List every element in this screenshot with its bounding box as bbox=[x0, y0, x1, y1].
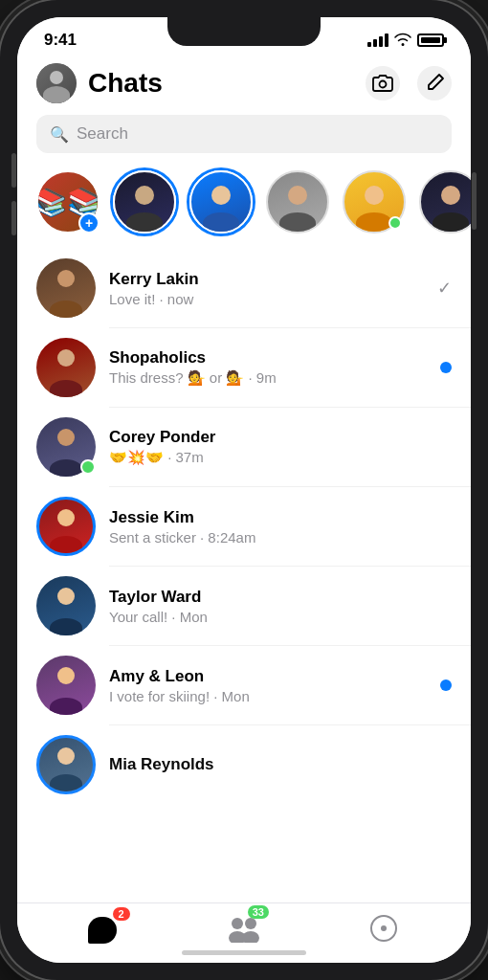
story-item-4[interactable] bbox=[266, 170, 329, 234]
unread-indicator-amy-leon bbox=[440, 679, 452, 691]
chat-name-kerry-lakin: Kerry Lakin bbox=[109, 270, 437, 289]
svg-point-0 bbox=[380, 81, 387, 88]
chats-badge: 2 bbox=[113, 907, 130, 921]
story-avatar-4 bbox=[266, 170, 329, 234]
chat-right-kerry-lakin: ✓ bbox=[437, 278, 452, 299]
chat-info-shopaholics: Shopaholics This dress? 💁 or 💁 · 9m bbox=[109, 348, 440, 387]
power-button bbox=[472, 172, 477, 230]
story-avatar-3 bbox=[189, 170, 253, 234]
read-receipt-kerry-lakin: ✓ bbox=[437, 278, 452, 299]
chat-avatar-jessie-kim bbox=[36, 497, 96, 556]
chat-info-amy-leon: Amy & Leon I vote for skiing! · Mon bbox=[109, 667, 440, 704]
chat-item-kerry-lakin[interactable]: Kerry Lakin Love it! · now ✓ bbox=[17, 249, 471, 327]
story-avatar-6 bbox=[419, 170, 471, 234]
chat-name-corey-ponder: Corey Ponder bbox=[109, 428, 452, 447]
chat-preview-amy-leon: I vote for skiing! · Mon bbox=[109, 688, 339, 704]
chat-preview-kerry-lakin: Love it! · now bbox=[109, 291, 339, 307]
chat-info-jessie-kim: Jessie Kim Sent a sticker · 8:24am bbox=[109, 508, 452, 546]
chat-name-jessie-kim: Jessie Kim bbox=[109, 508, 452, 527]
chat-avatar-kerry-lakin bbox=[36, 258, 96, 318]
chat-name-mia-reynolds: Mia Reynolds bbox=[109, 755, 452, 774]
chat-avatar-shopaholics bbox=[36, 338, 96, 397]
svg-point-4 bbox=[242, 931, 259, 943]
chat-avatar-mia-reynolds bbox=[36, 735, 96, 794]
phone-screen: 9:41 bbox=[17, 17, 471, 963]
story-avatar-2 bbox=[113, 170, 176, 234]
user-avatar[interactable] bbox=[36, 63, 77, 103]
phone-frame: 9:41 bbox=[0, 0, 488, 980]
status-icons bbox=[367, 33, 444, 49]
camera-button[interactable] bbox=[366, 66, 400, 100]
volume-down-button bbox=[11, 201, 16, 235]
chat-item-jessie-kim[interactable]: Jessie Kim Sent a sticker · 8:24am bbox=[17, 487, 471, 566]
svg-point-6 bbox=[381, 925, 387, 931]
volume-up-button bbox=[11, 153, 16, 188]
wifi-icon bbox=[394, 33, 411, 49]
compose-button[interactable] bbox=[417, 66, 452, 100]
search-bar[interactable]: 🔍 Search bbox=[36, 115, 452, 153]
header: Chats bbox=[17, 56, 471, 115]
svg-point-1 bbox=[232, 918, 243, 929]
battery-icon bbox=[417, 33, 444, 47]
discover-tab-icon bbox=[369, 914, 398, 943]
notch bbox=[167, 17, 321, 46]
chat-preview-shopaholics: This dress? 💁 or 💁 · 9m bbox=[109, 369, 339, 387]
chat-name-taylor-ward: Taylor Ward bbox=[109, 588, 452, 607]
story-online-dot-5 bbox=[388, 216, 402, 230]
chat-info-mia-reynolds: Mia Reynolds bbox=[109, 755, 452, 774]
signal-bars-icon bbox=[367, 33, 388, 47]
online-dot-corey-ponder bbox=[80, 459, 96, 475]
chat-item-corey-ponder[interactable]: Corey Ponder 🤝💥🤝 · 37m bbox=[17, 408, 471, 486]
chat-name-shopaholics: Shopaholics bbox=[109, 348, 440, 368]
add-story-button[interactable]: + bbox=[78, 212, 100, 234]
chat-avatar-taylor-ward bbox=[36, 576, 96, 635]
story-item-5[interactable] bbox=[343, 170, 406, 234]
tab-chats[interactable]: 2 bbox=[88, 913, 121, 944]
story-item-my-story[interactable]: 📚 + bbox=[36, 170, 100, 234]
tab-discover[interactable] bbox=[367, 913, 400, 944]
search-icon: 🔍 bbox=[50, 125, 69, 144]
chat-preview-jessie-kim: Sent a sticker · 8:24am bbox=[109, 529, 339, 546]
chat-item-amy-leon[interactable]: Amy & Leon I vote for skiing! · Mon bbox=[17, 646, 471, 724]
chat-right-shopaholics bbox=[440, 362, 452, 373]
chat-item-taylor-ward[interactable]: Taylor Ward Your call! · Mon bbox=[17, 567, 471, 645]
chat-preview-taylor-ward: Your call! · Mon bbox=[109, 609, 339, 625]
header-actions bbox=[366, 66, 452, 100]
story-item-6[interactable] bbox=[419, 170, 471, 234]
chat-item-mia-reynolds[interactable]: Mia Reynolds bbox=[17, 725, 471, 804]
chat-list: Kerry Lakin Love it! · now ✓ bbox=[17, 249, 471, 902]
unread-indicator-shopaholics bbox=[440, 362, 452, 373]
status-time: 9:41 bbox=[44, 31, 77, 50]
story-item-3[interactable] bbox=[189, 170, 253, 234]
stories-row: 📚 + bbox=[17, 165, 471, 249]
chat-info-corey-ponder: Corey Ponder 🤝💥🤝 · 37m bbox=[109, 428, 452, 466]
svg-point-3 bbox=[245, 918, 256, 929]
tab-people[interactable]: 33 bbox=[223, 913, 265, 944]
home-indicator bbox=[182, 950, 306, 955]
people-badge: 33 bbox=[248, 905, 269, 919]
chat-preview-corey-ponder: 🤝💥🤝 · 37m bbox=[109, 449, 339, 466]
chat-right-amy-leon bbox=[440, 679, 452, 691]
chat-item-shopaholics[interactable]: Shopaholics This dress? 💁 or 💁 · 9m bbox=[17, 328, 471, 407]
chat-name-amy-leon: Amy & Leon bbox=[109, 667, 440, 686]
page-title: Chats bbox=[88, 68, 366, 99]
chat-avatar-amy-leon bbox=[36, 656, 96, 715]
search-input[interactable]: Search bbox=[77, 124, 128, 144]
chat-info-kerry-lakin: Kerry Lakin Love it! · now bbox=[109, 270, 437, 307]
chat-info-taylor-ward: Taylor Ward Your call! · Mon bbox=[109, 588, 452, 625]
story-item-2[interactable] bbox=[113, 170, 176, 234]
